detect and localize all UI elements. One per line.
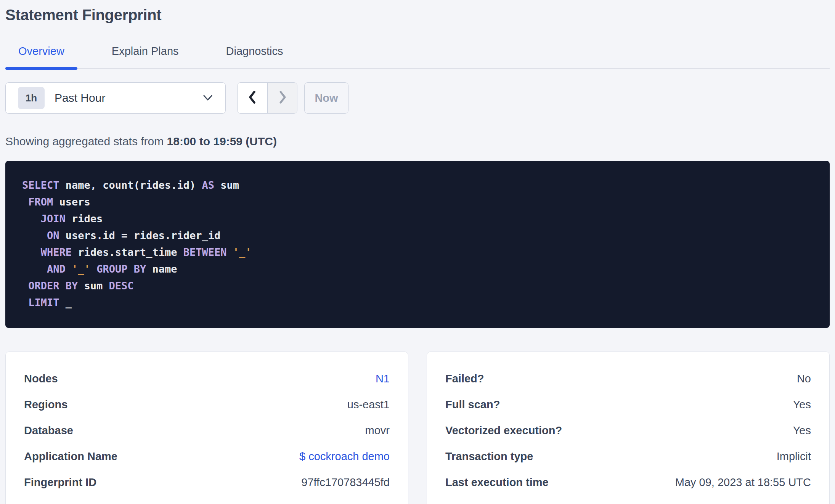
execution-attributes-card-rows: Failed?NoFull scan?YesVectorized executi… [445,370,811,491]
chevron-right-icon [277,90,288,106]
summary-row-value: 97ffc170783445fd [301,474,390,491]
sql-code-line: WHERE rides.start_time BETWEEN '_' [22,244,818,261]
summary-cards: NodesN1Regionsus-east1DatabasemovrApplic… [5,352,830,504]
time-range-dropdown[interactable]: 1h Past Hour [5,82,226,114]
summary-row: Vectorized execution?Yes [445,422,811,439]
summary-row-label: Database [24,422,73,439]
time-range-label: Past Hour [55,91,202,104]
summary-row-value: Implicit [777,448,811,465]
summary-row-value: May 09, 2023 at 18:55 UTC [675,474,811,491]
summary-row-label: Last execution time [445,474,549,491]
summary-row-label: Transaction type [445,448,533,465]
chevron-down-icon [202,94,214,102]
tab-diagnostics[interactable]: Diagnostics [213,44,296,68]
summary-row: Regionsus-east1 [24,396,390,413]
summary-row: Last execution timeMay 09, 2023 at 18:55… [445,474,811,491]
summary-row-label: Regions [24,396,67,413]
time-range-badge: 1h [18,87,45,109]
summary-row: Transaction typeImplicit [445,448,811,465]
statement-details-card-rows: NodesN1Regionsus-east1DatabasemovrApplic… [24,370,390,491]
sql-code-line: ON users.id = rides.rider_id [22,227,818,244]
summary-row: Application Name$ cockroach demo [24,448,390,465]
now-button[interactable]: Now [304,82,348,114]
summary-row: Failed?No [445,370,811,387]
summary-row-label: Fingerprint ID [24,474,96,491]
summary-row-label: Application Name [24,448,117,465]
summary-row-value: Yes [793,396,811,413]
statement-details-card: NodesN1Regionsus-east1DatabasemovrApplic… [5,352,408,504]
chevron-left-icon [247,90,258,106]
sql-statement-box: SELECT name, count(rides.id) AS sum FROM… [5,161,830,328]
summary-row-label: Failed? [445,370,484,387]
summary-row-value: movr [365,422,390,439]
summary-row-value-link[interactable]: $ cockroach demo [299,448,390,465]
stats-caption-range: 18:00 to 19:59 (UTC) [167,135,277,148]
time-step-button-group [237,82,297,114]
sql-code: SELECT name, count(rides.id) AS sum FROM… [22,177,818,311]
summary-row-value: us-east1 [347,396,390,413]
next-time-button[interactable] [267,83,297,113]
summary-row: Full scan?Yes [445,396,811,413]
time-picker-row: 1h Past Hour [5,82,830,114]
sql-code-line: AND '_' GROUP BY name [22,261,818,278]
stats-caption-prefix: Showing aggregated stats from [5,135,167,148]
summary-row-value: Yes [793,422,811,439]
summary-row: NodesN1 [24,370,390,387]
page-title: Statement Fingerprint [5,0,830,24]
summary-row-value-link[interactable]: N1 [376,370,390,387]
statement-fingerprint-page: Statement Fingerprint OverviewExplain Pl… [0,0,835,504]
sql-code-line: FROM users [22,194,818,210]
summary-row-label: Nodes [24,370,58,387]
summary-row: Fingerprint ID97ffc170783445fd [24,474,390,491]
tab-explain-plans[interactable]: Explain Plans [99,44,192,68]
previous-time-button[interactable] [238,83,267,113]
summary-row-label: Full scan? [445,396,500,413]
summary-row-value: No [797,370,811,387]
aggregated-stats-caption: Showing aggregated stats from 18:00 to 1… [5,135,830,148]
sql-code-line: JOIN rides [22,210,818,227]
tab-overview[interactable]: Overview [5,44,77,68]
tab-list: OverviewExplain PlansDiagnostics [5,44,830,69]
summary-row-label: Vectorized execution? [445,422,562,439]
sql-code-line: ORDER BY sum DESC [22,278,818,294]
execution-attributes-card: Failed?NoFull scan?YesVectorized executi… [427,352,830,504]
sql-code-line: LIMIT _ [22,294,818,311]
sql-code-line: SELECT name, count(rides.id) AS sum [22,177,818,194]
summary-row: Databasemovr [24,422,390,439]
